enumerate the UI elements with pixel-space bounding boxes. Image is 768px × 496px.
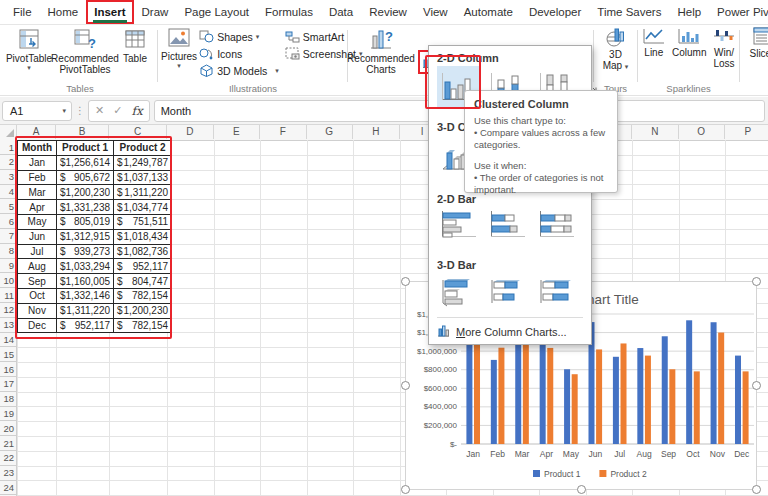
row-header-5[interactable]: 5 <box>0 201 14 212</box>
enter-icon[interactable]: ✓ <box>113 104 122 117</box>
3d-models-button[interactable]: 3D Models ▾ <box>199 62 279 79</box>
tab-help[interactable]: Help <box>669 0 709 24</box>
cell-value[interactable]: $1,332,146 <box>57 288 114 303</box>
cell-value[interactable]: $782,154 <box>114 318 172 333</box>
cell-month[interactable]: Jul <box>18 244 57 259</box>
cell-value[interactable]: $1,200,230 <box>114 303 172 318</box>
cell-month[interactable]: Sep <box>18 274 57 289</box>
row-header-24[interactable]: 24 <box>0 482 14 493</box>
row-header-1[interactable]: 1 <box>0 142 14 153</box>
tab-file[interactable]: File <box>5 0 40 24</box>
cell-value[interactable]: $1,312,915 <box>57 229 114 244</box>
cell-month[interactable]: Nov <box>18 303 57 318</box>
cell-value[interactable]: $1,034,774 <box>114 200 172 215</box>
cell-value[interactable]: $1,018,434 <box>114 229 172 244</box>
cell-month[interactable]: Oct <box>18 288 57 303</box>
pictures-button[interactable]: Pictures ▾ <box>161 25 197 79</box>
cell-month[interactable]: Feb <box>18 170 57 185</box>
column-header-O[interactable]: O <box>679 125 726 139</box>
row-header-11[interactable]: 11 <box>0 290 14 301</box>
cell-month[interactable]: Mar <box>18 185 57 200</box>
cell-value[interactable]: $1,033,294 <box>57 259 114 274</box>
row-header-20[interactable]: 20 <box>0 423 14 434</box>
recommended-charts-button[interactable]: ? Recommended Charts <box>349 25 413 75</box>
cell-value[interactable]: $751,511 <box>114 214 172 229</box>
cell-value[interactable]: $1,256,614 <box>57 155 114 170</box>
chart-resize-handle[interactable] <box>752 277 761 286</box>
cell-value[interactable]: $952,117 <box>57 318 114 333</box>
row-header-19[interactable]: 19 <box>0 408 14 419</box>
row-header-2[interactable]: 2 <box>0 156 14 167</box>
recommended-pivottables-button[interactable]: ? Recommended PivotTables <box>52 25 118 75</box>
cell-value[interactable]: $952,117 <box>114 259 172 274</box>
pivottable-button[interactable]: PivotTable ▾ <box>6 25 52 75</box>
cell-month[interactable]: Apr <box>18 200 57 215</box>
column-header-D[interactable]: D <box>167 125 214 139</box>
chart-resize-handle[interactable] <box>752 485 761 494</box>
cell-value[interactable]: $804,747 <box>114 274 172 289</box>
chart-type-bar3d-clustered[interactable] <box>437 273 481 311</box>
cell-value[interactable]: $1,311,220 <box>57 303 114 318</box>
chart-type-bar-stacked[interactable] <box>486 207 530 241</box>
row-header-22[interactable]: 22 <box>0 452 14 463</box>
row-header-17[interactable]: 17 <box>0 378 14 389</box>
cell-value[interactable]: $1,311,220 <box>114 185 172 200</box>
cell-month[interactable]: May <box>18 214 57 229</box>
row-header-7[interactable]: 7 <box>0 230 14 241</box>
cell-value[interactable]: $1,200,230 <box>57 185 114 200</box>
column-header-N[interactable]: N <box>632 125 679 139</box>
column-header-A[interactable]: A <box>17 125 56 139</box>
column-header-P[interactable]: P <box>725 125 768 139</box>
cell-value[interactable]: $1,249,787 <box>114 155 172 170</box>
tab-formulas[interactable]: Formulas <box>257 0 321 24</box>
shapes-button[interactable]: Shapes ▾ <box>199 28 279 45</box>
cell-month[interactable]: Aug <box>18 259 57 274</box>
insert-function-icon[interactable]: fx <box>131 104 142 118</box>
name-box[interactable]: A1 ▾ <box>2 101 72 121</box>
worksheet-data-table[interactable]: MonthProduct 1Product 2Jan$1,256,614$1,2… <box>17 140 172 333</box>
cell-value[interactable]: $905,672 <box>57 170 114 185</box>
cell-value[interactable]: $1,082,736 <box>114 244 172 259</box>
column-header-C[interactable]: C <box>109 125 167 139</box>
row-header-15[interactable]: 15 <box>0 349 14 360</box>
column-header-H[interactable]: H <box>353 125 400 139</box>
column-header-G[interactable]: G <box>307 125 354 139</box>
cell-value[interactable]: $1,160,005 <box>57 274 114 289</box>
slicer-button[interactable]: Slicer <box>742 25 768 59</box>
chart-type-bar-100[interactable] <box>535 207 579 241</box>
row-header-16[interactable]: 16 <box>0 364 14 375</box>
tab-developer[interactable]: Developer <box>521 0 589 24</box>
table-header-cell[interactable]: Product 2 <box>114 141 172 156</box>
cell-value[interactable]: $782,154 <box>114 288 172 303</box>
select-all-corner[interactable] <box>0 125 17 139</box>
tab-time-savers[interactable]: Time Savers <box>589 0 669 24</box>
formula-bar-grip[interactable]: ⋮ <box>75 105 85 116</box>
cell-value[interactable]: $1,331,238 <box>57 200 114 215</box>
row-header-13[interactable]: 13 <box>0 319 14 330</box>
chart-resize-handle[interactable] <box>752 381 761 390</box>
chart-resize-handle[interactable] <box>401 381 410 390</box>
tab-home[interactable]: Home <box>40 0 87 24</box>
tab-view[interactable]: View <box>415 0 456 24</box>
row-header-12[interactable]: 12 <box>0 304 14 315</box>
more-column-charts-item[interactable]: More Column Charts... <box>437 325 591 339</box>
tab-automate[interactable]: Automate <box>456 0 521 24</box>
chart-type-bar3d-stacked[interactable] <box>486 273 530 311</box>
tab-data[interactable]: Data <box>321 0 361 24</box>
chart-type-bar3d-100[interactable] <box>535 273 579 311</box>
column-header-B[interactable]: B <box>56 125 109 139</box>
cancel-icon[interactable]: ✕ <box>95 104 104 117</box>
tab-draw[interactable]: Draw <box>134 0 177 24</box>
3d-map-button[interactable]: 3D Map ▾ <box>596 25 635 71</box>
tab-power-pivot[interactable]: Power Pivot <box>709 0 768 24</box>
table-header-cell[interactable]: Month <box>18 141 57 156</box>
sparkline-line-button[interactable]: Line <box>640 25 668 69</box>
row-header-9[interactable]: 9 <box>0 260 14 271</box>
tab-review[interactable]: Review <box>361 0 415 24</box>
row-header-4[interactable]: 4 <box>0 186 14 197</box>
row-header-18[interactable]: 18 <box>0 393 14 404</box>
sparkline-column-button[interactable]: Column <box>672 25 707 69</box>
table-header-cell[interactable]: Product 1 <box>57 141 114 156</box>
row-header-6[interactable]: 6 <box>0 216 14 227</box>
column-header-E[interactable]: E <box>214 125 261 139</box>
